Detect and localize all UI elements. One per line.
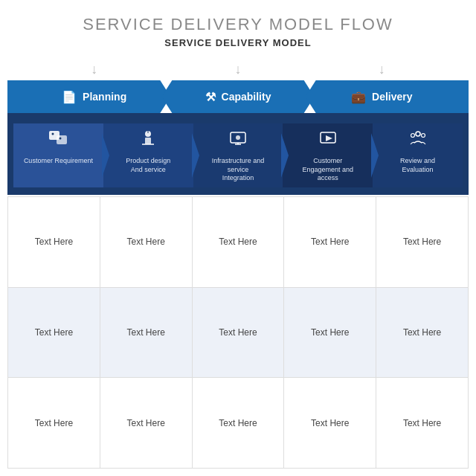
delivery-label: Delivery xyxy=(372,91,412,103)
table-cell-r1-c4[interactable]: Text Here xyxy=(376,288,469,379)
table-cell-r0-c1[interactable]: Text Here xyxy=(100,197,193,288)
step-1-label: Product designAnd service xyxy=(126,157,170,174)
down-arrows-row: ↓ ↓ ↓ xyxy=(7,62,469,77)
step-1-icon xyxy=(138,128,158,152)
step-4-icon xyxy=(408,128,428,152)
planning-icon: 📄 xyxy=(62,90,77,104)
step-3: CustomerEngagement andaccess xyxy=(283,123,373,187)
table-cell-r2-c0[interactable]: Text Here xyxy=(8,378,100,469)
table-cell-r0-c0[interactable]: Text Here xyxy=(8,197,100,288)
table-grid: Text HereText HereText HereText HereText… xyxy=(7,196,469,469)
table-cell-r2-c4[interactable]: Text Here xyxy=(376,378,469,469)
phase-planning: 📄 Planning xyxy=(7,80,170,113)
svg-point-16 xyxy=(421,134,425,138)
phase-row: 📄 Planning ⚒ Capability 💼 Delivery xyxy=(7,80,469,113)
svg-point-15 xyxy=(411,134,414,138)
svg-point-9 xyxy=(236,135,240,140)
table-cell-r1-c1[interactable]: Text Here xyxy=(100,288,193,379)
table-cell-r0-c4[interactable]: Text Here xyxy=(376,197,469,288)
step-2-label: Infrastructure andserviceIntegration xyxy=(212,157,265,183)
step-3-icon xyxy=(318,128,338,152)
table-cell-r1-c2[interactable]: Text Here xyxy=(193,288,285,379)
table-cell-r2-c2[interactable]: Text Here xyxy=(193,378,285,469)
page: SERVICE DELIVERY MODEL FLOW SERVICE DELI… xyxy=(0,0,476,476)
table-cell-r2-c1[interactable]: Text Here xyxy=(100,378,193,469)
planning-label: Planning xyxy=(83,91,126,103)
phase-capability: ⚒ Capability xyxy=(161,80,314,113)
step-4: Review andEvaluation xyxy=(373,123,463,187)
svg-point-2 xyxy=(52,133,54,135)
table-cell-r1-c3[interactable]: Text Here xyxy=(284,288,376,379)
svg-marker-13 xyxy=(326,135,332,141)
delivery-icon: 💼 xyxy=(351,90,366,104)
sub-title: SERVICE DELIVERY MODEL xyxy=(164,37,311,48)
phase-delivery: 💼 Delivery xyxy=(306,80,469,113)
svg-rect-5 xyxy=(145,138,151,144)
step-4-label: Review andEvaluation xyxy=(400,157,435,174)
steps-container: Customer Requirement Product designAnd s… xyxy=(7,113,469,195)
step-1: Product designAnd service xyxy=(103,123,193,187)
svg-point-14 xyxy=(416,132,420,136)
step-2: Infrastructure andserviceIntegration xyxy=(193,123,283,187)
capability-label: Capability xyxy=(222,91,271,103)
table-cell-r1-c0[interactable]: Text Here xyxy=(8,288,100,379)
down-arrow-3: ↓ xyxy=(310,62,454,77)
svg-rect-1 xyxy=(57,135,67,144)
main-title: SERVICE DELIVERY MODEL FLOW xyxy=(83,15,393,34)
capability-icon: ⚒ xyxy=(205,90,216,104)
table-cell-r2-c3[interactable]: Text Here xyxy=(284,378,376,469)
step-0: Customer Requirement xyxy=(13,123,103,187)
step-0-icon xyxy=(48,128,68,152)
down-arrow-1: ↓ xyxy=(22,62,166,77)
down-arrow-2: ↓ xyxy=(166,62,309,77)
table-cell-r0-c3[interactable]: Text Here xyxy=(284,197,376,288)
step-3-label: CustomerEngagement andaccess xyxy=(303,157,354,183)
step-2-icon xyxy=(228,128,248,152)
step-0-label: Customer Requirement xyxy=(24,157,93,166)
table-cell-r0-c2[interactable]: Text Here xyxy=(193,197,285,288)
svg-point-3 xyxy=(60,138,62,140)
